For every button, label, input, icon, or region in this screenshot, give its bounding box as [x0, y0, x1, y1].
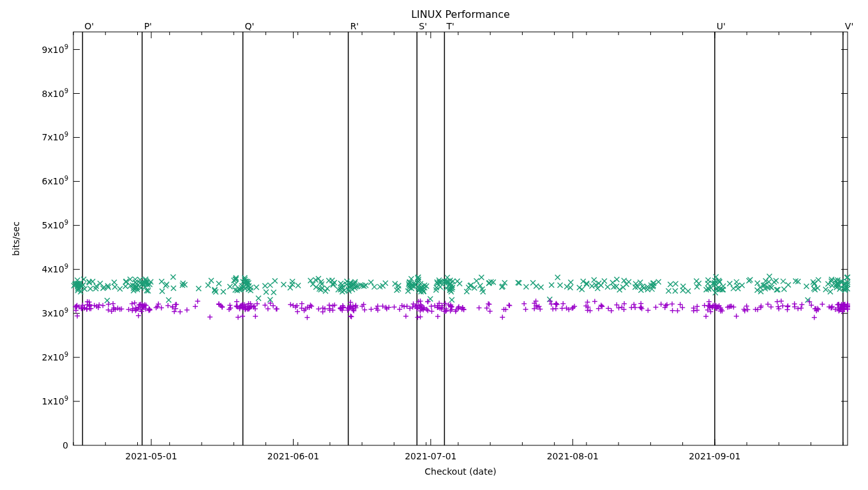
event-label: P'	[144, 21, 152, 31]
event-label: R'	[350, 21, 359, 31]
x-tick-label: 2021-05-01	[125, 451, 177, 461]
y-tick-label: 2x109	[42, 351, 68, 362]
chart-title: LINUX Performance	[411, 8, 510, 20]
x-tick-label: 2021-07-01	[405, 451, 456, 461]
event-label: V'	[845, 21, 853, 31]
event-label: Q'	[245, 21, 255, 31]
event-label: U'	[717, 21, 726, 31]
x-tick-label: 2021-06-01	[267, 451, 319, 461]
y-tick-label: 9x109	[42, 43, 68, 55]
chart-container: { "chart_data": { "type": "scatter", "ti…	[0, 0, 868, 490]
y-tick-label: 0	[63, 440, 68, 450]
y-tick-label: 1x109	[42, 395, 68, 406]
event-label: O'	[84, 21, 94, 31]
event-label: T'	[445, 21, 454, 31]
event-label: S'	[419, 21, 427, 31]
y-tick-label: 4x109	[42, 263, 68, 274]
y-tick-label: 5x109	[42, 219, 68, 230]
x-tick-label: 2021-08-01	[547, 451, 599, 461]
x-axis-label: Checkout (date)	[424, 466, 496, 477]
y-axis-label: bits/sec	[11, 221, 21, 256]
y-tick-label: 3x109	[42, 307, 68, 318]
chart-svg: LINUX Performance1x1092x1093x1094x1095x1…	[0, 0, 868, 490]
y-tick-label: 6x109	[42, 175, 68, 186]
plot-frame	[73, 32, 848, 445]
x-tick-label: 2021-09-01	[689, 451, 740, 461]
y-tick-label: 7x109	[42, 131, 68, 142]
y-tick-label: 8x109	[42, 87, 68, 99]
